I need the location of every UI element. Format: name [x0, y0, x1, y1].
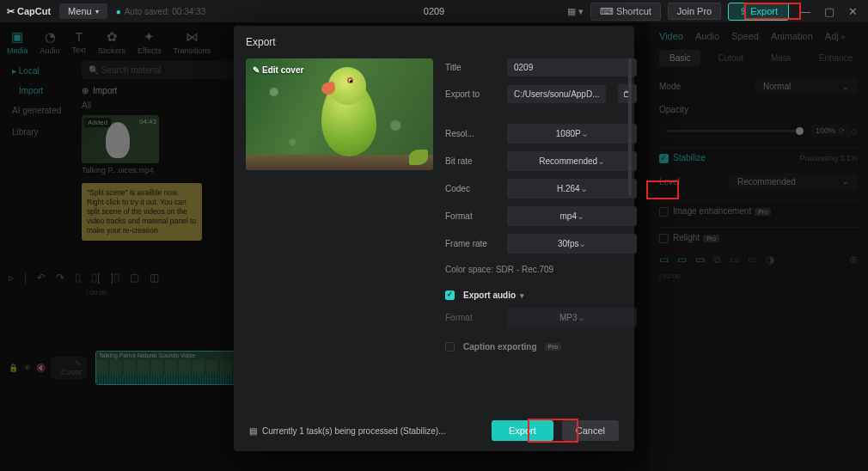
text-icon: T: [75, 29, 83, 44]
opacity-value[interactable]: 100%⟳: [810, 125, 851, 137]
bitrate-select[interactable]: Recommended: [507, 151, 637, 171]
app-logo: ✂ CapCut: [7, 6, 51, 17]
mini-icon[interactable]: ▭: [695, 254, 705, 266]
cover-button[interactable]: ✎ Cover: [51, 357, 87, 379]
tool-text[interactable]: TText: [72, 29, 87, 54]
tool-stickers[interactable]: ✿Stickers: [98, 29, 125, 55]
mini-icon[interactable]: ◑: [766, 254, 774, 266]
edit-cover-button[interactable]: ✎ Edit cover: [253, 65, 303, 75]
sidebar-item-local[interactable]: ▸ Local: [7, 61, 75, 81]
layout-icon[interactable]: ▦ ▾: [567, 6, 584, 17]
maximize-icon[interactable]: ▢: [821, 5, 838, 18]
subtab-cutout[interactable]: Cutout: [707, 50, 753, 66]
timeline-clip[interactable]: Talking Parrot Natural Sounds Voice: [95, 351, 257, 385]
tab-animation[interactable]: Animation: [771, 31, 813, 41]
inspector-subtabs: Basic Cutout Mask Enhance: [659, 50, 858, 66]
codec-select[interactable]: H.264: [507, 179, 637, 199]
resolution-select[interactable]: 1080P: [507, 124, 637, 144]
bitrate-label: Bit rate: [445, 156, 498, 166]
tool-icon[interactable]: ]⌷: [110, 272, 119, 284]
mini-icon[interactable]: ▭: [730, 254, 739, 266]
export-confirm-button[interactable]: Export: [492, 420, 553, 441]
format-select[interactable]: mp4: [507, 206, 637, 226]
tab-audio[interactable]: Audio: [695, 31, 719, 41]
stickers-icon: ✿: [107, 29, 118, 45]
delete-icon[interactable]: ▢: [130, 272, 139, 284]
effects-icon: ✦: [144, 29, 155, 45]
mini-icon[interactable]: ▭: [659, 254, 669, 266]
mute-icon[interactable]: 🔇: [36, 364, 46, 372]
inspector-panel: Video Audio Speed Animation Adj » Basic …: [649, 22, 868, 471]
format-label: Format: [445, 211, 498, 221]
stabilize-status: Processing 3.1%: [799, 154, 858, 162]
exportto-label: Export to: [445, 89, 498, 99]
subtab-enhance[interactable]: Enhance: [809, 50, 863, 66]
tip-tooltip: "Split scene" is availble now. Right cli…: [82, 183, 202, 241]
codec-label: Codec: [445, 184, 498, 193]
transitions-icon: ⋈: [186, 29, 199, 45]
menu-button[interactable]: Menu ▾: [59, 3, 107, 19]
title-input[interactable]: 0209: [507, 58, 637, 76]
subtab-mask[interactable]: Mask: [761, 50, 802, 66]
title-bar: ✂ CapCut Menu ▾ ● Auto saved: 00:34:33 0…: [0, 0, 868, 22]
highlight-level: [646, 180, 679, 199]
sidebar-item-ai[interactable]: AI generated: [7, 101, 75, 120]
colorspace-text: Color space: SDR - Rec.709: [445, 265, 637, 274]
mode-select[interactable]: Normal: [755, 78, 858, 95]
export-audio-checkbox[interactable]: [445, 291, 455, 300]
scrollbar[interactable]: [628, 58, 632, 196]
tool-transitions[interactable]: ⋈Transitions: [173, 29, 211, 55]
tool-tabs: ▣Media ◔Audio TText ✿Stickers ✦Effects ⋈…: [0, 22, 232, 61]
lock-icon[interactable]: 🔒: [9, 364, 18, 372]
eye-icon[interactable]: 👁: [23, 364, 31, 372]
tool-effects[interactable]: ✦Effects: [138, 29, 161, 55]
export-button-top[interactable]: ⇪ Export: [728, 3, 789, 21]
media-panel: 🔍 Search material ⊕ Import All Added 04:…: [82, 61, 236, 241]
join-pro-button[interactable]: Join Pro: [668, 3, 721, 20]
stabilize-row[interactable]: Stabilize: [659, 153, 706, 163]
tab-adjust[interactable]: Adj »: [825, 31, 845, 41]
image-enhancement-row[interactable]: Image enhancementPro: [659, 206, 771, 217]
cover-preview[interactable]: ✎ Edit cover: [246, 58, 433, 170]
mini-icon[interactable]: ⊕: [849, 254, 858, 266]
fps-label: Frame rate: [445, 239, 498, 248]
search-input[interactable]: 🔍 Search material: [82, 61, 236, 79]
mini-icon[interactable]: ▭: [748, 254, 757, 266]
mini-icon[interactable]: ▭: [677, 254, 687, 266]
sidebar-item-library[interactable]: Library: [7, 122, 75, 142]
export-dialog: Export ✎ Edit cover Title 0209 Export to: [234, 26, 634, 451]
split-icon[interactable]: ⌷: [75, 272, 81, 284]
tool-media[interactable]: ▣Media: [7, 29, 28, 55]
sidebar-sub-import[interactable]: Import: [7, 83, 75, 99]
tool-icon[interactable]: ◫: [150, 272, 159, 284]
export-audio-section[interactable]: Export audio ▾: [445, 291, 637, 300]
shortcut-button[interactable]: ⌨ Shortcut: [590, 3, 661, 21]
tool-icon[interactable]: ⌷[: [91, 272, 100, 284]
resolution-label: Resol...: [445, 129, 498, 138]
fps-select[interactable]: 30fps: [507, 234, 637, 254]
caption-section[interactable]: Caption exporting Pro: [445, 342, 637, 352]
export-dialog-title: Export: [234, 26, 634, 58]
export-cancel-button[interactable]: Cancel: [562, 420, 619, 441]
export-status: ▤ Currently 1 task(s) being processed (S…: [249, 426, 445, 436]
opacity-slider[interactable]: [666, 130, 804, 132]
pointer-icon[interactable]: ▹: [9, 272, 14, 284]
subtab-basic[interactable]: Basic: [659, 50, 700, 66]
caption-checkbox[interactable]: [445, 342, 455, 352]
tool-audio[interactable]: ◔Audio: [40, 29, 60, 55]
mini-icon[interactable]: ⧉: [713, 254, 721, 266]
project-title: 0209: [424, 6, 444, 16]
tab-speed[interactable]: Speed: [731, 31, 759, 41]
title-label: Title: [445, 63, 498, 72]
tab-video[interactable]: Video: [659, 31, 683, 41]
relight-row[interactable]: RelightPro: [659, 233, 719, 243]
undo-icon[interactable]: ↶: [37, 272, 46, 284]
import-button[interactable]: ⊕ Import: [82, 86, 236, 95]
close-icon[interactable]: ✕: [845, 5, 861, 18]
level-select[interactable]: Recommended: [729, 174, 858, 190]
exportto-input[interactable]: C:/Users/sonu/AppD...: [507, 85, 606, 103]
media-thumbnail[interactable]: Added 04:43: [82, 115, 159, 163]
minimize-icon[interactable]: —: [796, 5, 814, 18]
redo-icon[interactable]: ↷: [56, 272, 64, 284]
thumb-duration: 04:43: [139, 118, 156, 125]
